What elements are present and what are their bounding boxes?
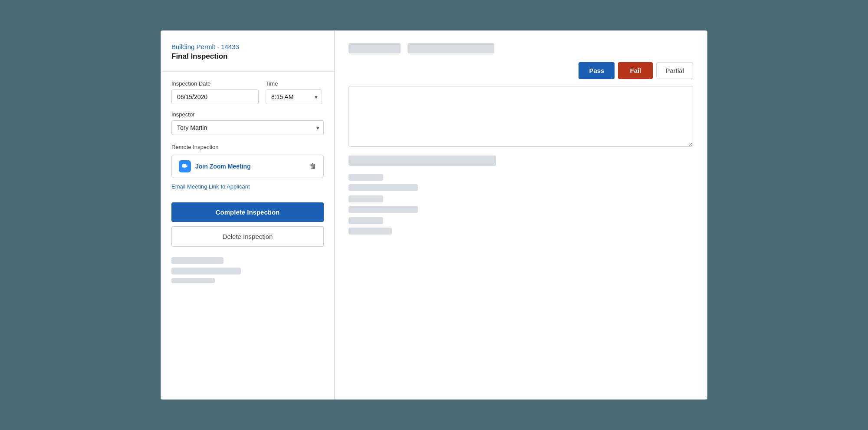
zoom-left: Join Zoom Meeting	[179, 160, 251, 172]
permit-link[interactable]: Building Permit - 14433	[171, 43, 324, 50]
time-select[interactable]: 8:15 AM 8:30 AM 8:45 AM 9:00 AM	[266, 89, 322, 104]
inspection-date-label: Inspection Date	[171, 80, 259, 87]
right-header	[349, 43, 693, 53]
inspector-select[interactable]: Tory Martin	[171, 120, 324, 135]
fail-button[interactable]: Fail	[618, 62, 653, 79]
right-skeleton-1	[349, 155, 693, 166]
skeleton-item	[171, 268, 241, 275]
skeleton-row	[349, 155, 496, 166]
right-skeleton-2	[349, 174, 693, 191]
time-select-wrapper: 8:15 AM 8:30 AM 8:45 AM 9:00 AM	[266, 89, 322, 104]
right-panel: Pass Fail Partial	[335, 31, 707, 399]
inspector-label: Inspector	[171, 111, 324, 118]
skeleton-row	[349, 174, 383, 181]
actions-section: Complete Inspection Delete Inspection	[171, 202, 324, 247]
time-label: Time	[266, 80, 324, 87]
left-panel: Building Permit - 14433 Final Inspection…	[161, 31, 335, 399]
skeleton-header-1	[349, 43, 401, 53]
complete-inspection-button[interactable]: Complete Inspection	[171, 202, 324, 222]
zoom-meeting-box[interactable]: Join Zoom Meeting 🗑	[171, 155, 324, 178]
skeleton-item	[171, 278, 215, 283]
skeleton-row	[349, 206, 418, 213]
right-skeleton-4	[349, 217, 693, 235]
skeleton-header-2	[408, 43, 494, 53]
inspection-title: Final Inspection	[171, 52, 324, 61]
skeleton-row	[349, 195, 383, 202]
skeleton-row	[349, 228, 392, 235]
right-skeleton-3	[349, 195, 693, 213]
notes-textarea[interactable]	[349, 86, 693, 147]
skeleton-item	[171, 257, 224, 264]
remote-section: Remote Inspection Join Zoom Meeting 🗑 Em…	[171, 144, 324, 190]
left-skeleton-section	[171, 257, 324, 283]
zoom-meeting-link[interactable]: Join Zoom Meeting	[195, 163, 251, 170]
skeleton-row	[349, 217, 383, 224]
pass-fail-row: Pass Fail Partial	[349, 62, 693, 79]
time-group: Time 8:15 AM 8:30 AM 8:45 AM 9:00 AM	[266, 80, 324, 104]
partial-button[interactable]: Partial	[656, 62, 693, 79]
delete-zoom-icon[interactable]: 🗑	[309, 162, 316, 170]
date-time-section: Inspection Date Time 8:15 AM 8:30 AM 8:4…	[171, 72, 324, 142]
zoom-icon	[179, 160, 191, 172]
email-meeting-link[interactable]: Email Meeting Link to Applicant	[171, 183, 250, 190]
main-container: Building Permit - 14433 Final Inspection…	[161, 30, 707, 400]
remote-label: Remote Inspection	[171, 144, 324, 150]
inspector-select-wrapper: Tory Martin	[171, 120, 324, 135]
inspection-date-input[interactable]	[171, 89, 259, 104]
date-group: Inspection Date	[171, 80, 259, 104]
pass-button[interactable]: Pass	[579, 62, 615, 79]
date-time-row: Inspection Date Time 8:15 AM 8:30 AM 8:4…	[171, 80, 324, 104]
inspector-group: Inspector Tory Martin	[171, 111, 324, 135]
delete-inspection-button[interactable]: Delete Inspection	[171, 226, 324, 247]
skeleton-row	[349, 184, 418, 191]
